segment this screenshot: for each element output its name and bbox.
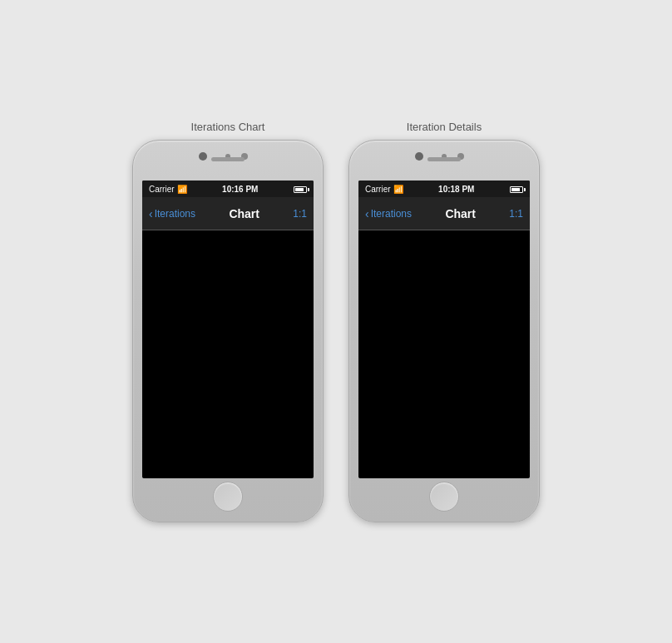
phone2-label: Iteration Details [407, 121, 482, 133]
phone1-status-bar: Carrier 📶 10:16 PM [142, 181, 314, 197]
phone2-status-bar: Carrier 📶 10:18 PM [358, 181, 530, 197]
phone1-nav-title: Chart [229, 207, 259, 220]
phone1-battery-fill [295, 188, 304, 191]
phone1-nav-right[interactable]: 1:1 [293, 208, 307, 220]
phone1-status-right [294, 186, 307, 193]
phone1-back-chevron-icon: ‹ [149, 207, 153, 220]
phone1-label: Iterations Chart [191, 121, 265, 133]
phone1-time: 10:16 PM [222, 185, 258, 194]
phone2-speaker [427, 157, 461, 161]
phone2-back-chevron-icon: ‹ [365, 207, 369, 220]
phone2-nav-bar: ‹ Iterations Chart 1:1 [358, 197, 530, 230]
phone1-status-left: Carrier 📶 [149, 185, 187, 194]
phone1-carrier: Carrier [149, 185, 175, 194]
page-container: Iterations Chart Carrier 📶 10:16 PM [116, 104, 556, 539]
phone2-home-button[interactable] [429, 482, 459, 512]
phone1-screen: Carrier 📶 10:16 PM ‹ Iterations [142, 181, 314, 478]
phone2-carrier: Carrier [365, 185, 391, 194]
phone2-battery-fill [511, 188, 520, 191]
phone2-back-label: Iterations [371, 208, 412, 220]
phone2-time: 10:18 PM [438, 185, 474, 194]
phone2-nav-back[interactable]: ‹ Iterations [365, 207, 412, 220]
phone2-battery-icon [510, 186, 523, 193]
phone2-status-left: Carrier 📶 [365, 185, 403, 194]
phone2-nav-title: Chart [445, 207, 476, 220]
phone2-section: Iteration Details Carrier 📶 10:18 PM [348, 121, 540, 522]
phone2-shell: Carrier 📶 10:18 PM ‹ Iterations [348, 140, 540, 522]
phone2-status-right [510, 186, 523, 193]
phone1-back-label: Iterations [155, 208, 195, 220]
phone1-home-button[interactable] [213, 482, 243, 512]
phone1-nav-back[interactable]: ‹ Iterations [149, 207, 195, 220]
phone2-screen: Carrier 📶 10:18 PM ‹ Iterations [358, 181, 530, 478]
phone1-nav-bar: ‹ Iterations Chart 1:1 [142, 197, 314, 230]
phone1-battery-icon [294, 186, 307, 193]
phone1-speaker [211, 157, 245, 161]
phone1-section: Iterations Chart Carrier 📶 10:16 PM [132, 121, 324, 522]
phone2-wifi-icon: 📶 [393, 185, 403, 194]
phone2-nav-right[interactable]: 1:1 [509, 208, 523, 220]
phone1-wifi-icon: 📶 [177, 185, 187, 194]
phone1-shell: Carrier 📶 10:16 PM ‹ Iterations [132, 140, 324, 522]
